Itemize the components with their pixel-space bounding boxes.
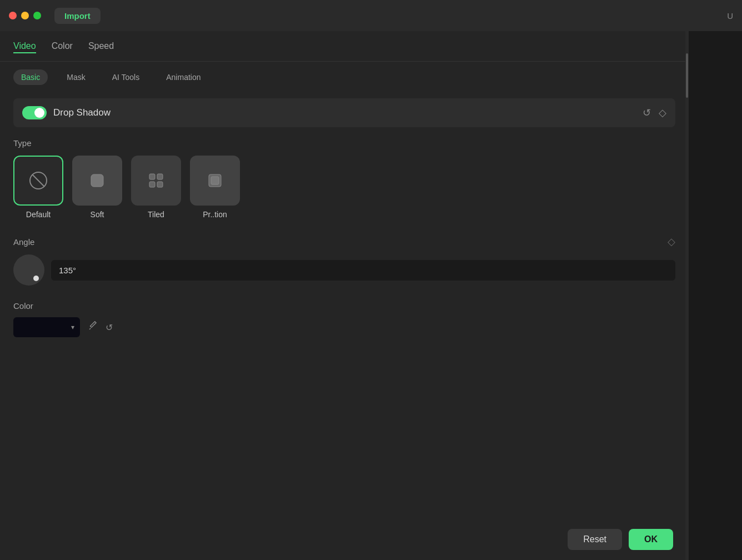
drop-shadow-row: Drop Shadow ↺ ◇ (13, 98, 675, 127)
diamond-icon[interactable]: ◇ (659, 107, 666, 119)
type-icon-soft (72, 156, 122, 206)
minimize-button[interactable] (21, 12, 29, 19)
reset-button[interactable]: Reset (568, 529, 622, 550)
tab-mask[interactable]: Mask (59, 69, 93, 85)
type-option-projection[interactable]: Pr..tion (190, 156, 240, 219)
chevron-down-icon: ▾ (71, 323, 74, 331)
svg-rect-5 (149, 182, 155, 187)
title-bar-right: U (727, 11, 733, 21)
secondary-tabs: Basic Mask AI Tools Animation (0, 62, 689, 93)
angle-diamond-icon[interactable]: ◇ (668, 236, 675, 248)
color-label: Color (13, 301, 675, 311)
type-options: Default Soft (13, 156, 675, 219)
bottom-bar: Reset OK (0, 519, 689, 560)
type-name-tiled: Tiled (148, 210, 164, 219)
close-button[interactable] (9, 12, 17, 19)
import-button[interactable]: Import (54, 8, 101, 24)
angle-label: Angle (13, 237, 34, 247)
type-name-soft: Soft (91, 210, 104, 219)
svg-rect-4 (157, 174, 163, 179)
angle-input[interactable]: 135° (51, 260, 675, 281)
panel: Video Color Speed Basic Mask AI Tools An… (0, 31, 689, 560)
angle-row: Angle ◇ (13, 236, 675, 248)
angle-knob[interactable] (13, 254, 44, 286)
type-icon-projection (190, 156, 240, 206)
color-row: ▾ ↺ (13, 317, 675, 337)
angle-knob-dot (33, 276, 39, 281)
drop-shadow-actions: ↺ ◇ (643, 107, 666, 119)
maximize-button[interactable] (33, 12, 41, 19)
color-swatch[interactable]: ▾ (13, 317, 80, 337)
tab-ai-tools[interactable]: AI Tools (104, 69, 148, 85)
type-option-tiled[interactable]: Tiled (131, 156, 181, 219)
ok-button[interactable]: OK (629, 529, 673, 550)
svg-rect-2 (91, 174, 103, 187)
drop-shadow-toggle[interactable] (22, 106, 47, 119)
reset-color-icon[interactable]: ↺ (106, 322, 113, 333)
type-option-default[interactable]: Default (13, 156, 63, 219)
angle-control: 135° (13, 254, 675, 286)
tab-color[interactable]: Color (52, 41, 73, 53)
reset-icon[interactable]: ↺ (643, 107, 651, 119)
type-option-soft[interactable]: Soft (72, 156, 122, 219)
scrollbar[interactable] (685, 31, 689, 560)
tab-animation[interactable]: Animation (158, 69, 208, 85)
svg-rect-6 (157, 182, 163, 187)
scrollbar-thumb (686, 53, 688, 98)
svg-rect-8 (211, 177, 219, 184)
drop-shadow-label: Drop Shadow (53, 107, 111, 118)
primary-tabs: Video Color Speed (0, 31, 689, 62)
tab-basic[interactable]: Basic (13, 69, 48, 85)
traffic-lights (9, 12, 41, 19)
title-bar: Import U (0, 0, 742, 31)
section-content: Drop Shadow ↺ ◇ Type (0, 98, 689, 337)
type-name-default: Default (26, 210, 51, 219)
tab-speed[interactable]: Speed (88, 41, 114, 53)
type-label: Type (13, 138, 675, 148)
type-icon-tiled (131, 156, 181, 206)
toggle-thumb (34, 108, 44, 118)
eyedropper-icon[interactable] (88, 321, 98, 333)
svg-line-1 (32, 174, 44, 187)
type-icon-default (13, 156, 63, 206)
svg-rect-3 (149, 174, 155, 179)
type-name-projection: Pr..tion (203, 210, 227, 219)
main-content: Video Color Speed Basic Mask AI Tools An… (0, 31, 742, 560)
tab-video[interactable]: Video (13, 41, 36, 53)
